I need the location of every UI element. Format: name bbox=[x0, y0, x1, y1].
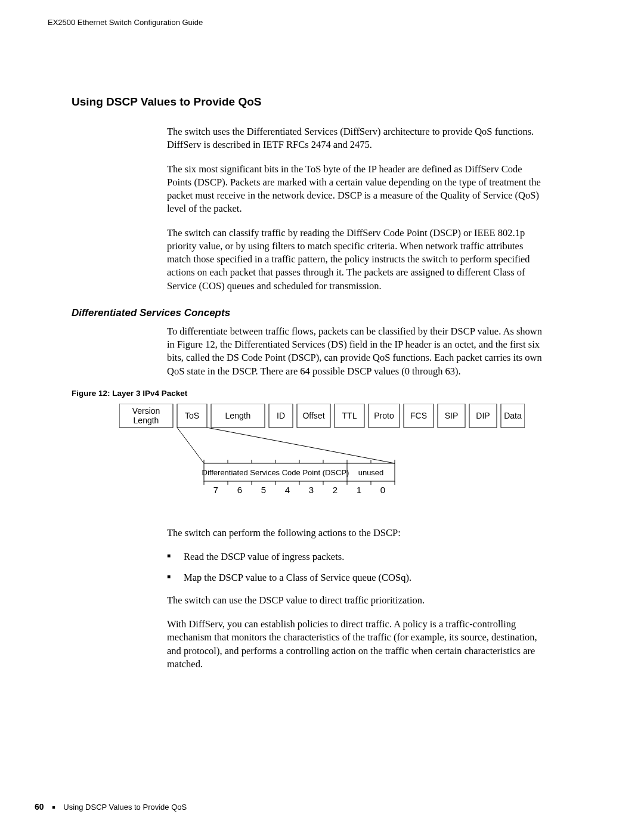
field-proto: Proto bbox=[374, 411, 394, 420]
footer: 60 ■ Using DSCP Values to Provide QoS bbox=[35, 802, 187, 812]
bit-6: 6 bbox=[237, 485, 242, 495]
action-list: Read the DSCP value of ingress packets. … bbox=[167, 550, 543, 584]
field-offset: Offset bbox=[302, 411, 324, 420]
field-length: Length bbox=[225, 411, 251, 420]
bit-7: 7 bbox=[213, 485, 218, 495]
page: EX2500 Ethernet Switch Configuration Gui… bbox=[0, 0, 644, 833]
field-data: Data bbox=[504, 411, 522, 420]
figure-caption: Figure 12: Layer 3 IPv4 Packet bbox=[72, 389, 543, 398]
bit-1: 1 bbox=[357, 485, 361, 495]
para-after-fig-2: The switch can use the DSCP value to dir… bbox=[167, 594, 543, 607]
footer-section-title: Using DSCP Values to Provide QoS bbox=[63, 803, 187, 812]
bit-4: 4 bbox=[285, 485, 290, 495]
svg-line-14 bbox=[207, 428, 395, 463]
field-id: ID bbox=[277, 411, 285, 420]
para-intro-2: The six most significant bits in the ToS… bbox=[167, 163, 543, 216]
svg-text:Length: Length bbox=[134, 416, 159, 425]
list-item: Map the DSCP value to a Class of Service… bbox=[167, 571, 543, 584]
packet-diagram: Version Length ToS Length ID Offset TTL … bbox=[119, 404, 525, 511]
field-ttl: TTL bbox=[342, 411, 357, 420]
detail-dscp-label: Differentiated Services Code Point (DSCP… bbox=[202, 468, 349, 477]
list-item: Read the DSCP value of ingress packets. bbox=[167, 550, 543, 563]
para-after-fig-1: The switch can perform the following act… bbox=[167, 527, 543, 540]
bit-2: 2 bbox=[333, 485, 338, 495]
bit-5: 5 bbox=[261, 485, 266, 495]
heading-2: Differentiated Services Concepts bbox=[72, 307, 543, 319]
svg-line-13 bbox=[177, 428, 204, 463]
bit-0: 0 bbox=[380, 485, 385, 495]
field-fcs: FCS bbox=[410, 411, 427, 420]
content-area: Using DSCP Values to Provide QoS The swi… bbox=[72, 95, 543, 682]
detail-unused-label: unused bbox=[358, 468, 384, 477]
running-header: EX2500 Ethernet Switch Configuration Gui… bbox=[48, 18, 203, 27]
para-intro-1: The switch uses the Differentiated Servi… bbox=[167, 125, 543, 152]
para-after-fig-3: With DiffServ, you can establish policie… bbox=[167, 618, 543, 671]
para-intro-3: The switch can classify traffic by readi… bbox=[167, 227, 543, 293]
footer-bullet-icon: ■ bbox=[52, 804, 55, 810]
heading-1: Using DSCP Values to Provide QoS bbox=[72, 95, 543, 109]
page-number: 60 bbox=[35, 802, 44, 812]
field-sip: SIP bbox=[445, 411, 459, 420]
svg-text:Version: Version bbox=[132, 406, 160, 416]
bit-3: 3 bbox=[309, 485, 314, 495]
field-tos: ToS bbox=[185, 411, 199, 420]
field-dip: DIP bbox=[476, 411, 490, 420]
figure-12: Version Length ToS Length ID Offset TTL … bbox=[119, 404, 543, 513]
para-sub-1: To differentiate between traffic flows, … bbox=[167, 325, 543, 378]
